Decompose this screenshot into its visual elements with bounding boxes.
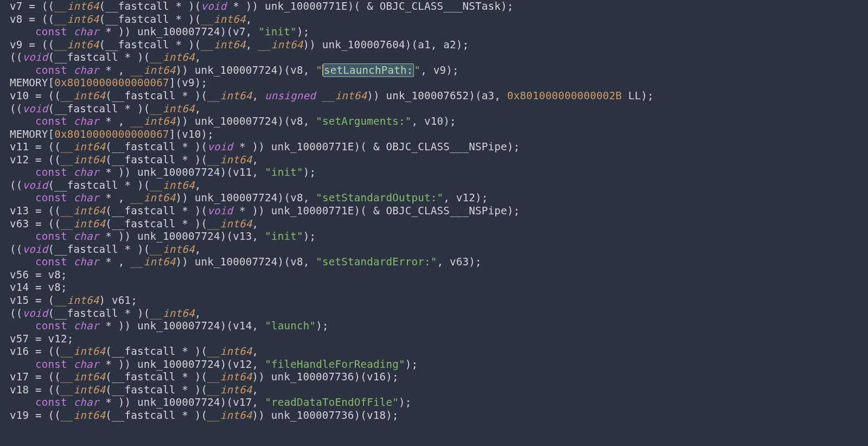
token-default: ](v9); bbox=[169, 77, 208, 89]
token-default: (__fastcall * )( bbox=[105, 384, 207, 396]
token-default bbox=[10, 320, 35, 332]
token-type: __int64 bbox=[61, 371, 105, 383]
token-str: "fileHandleForReading" bbox=[265, 358, 405, 371]
code-line: v57 = v12; bbox=[10, 333, 74, 345]
token-default: v17 = (( bbox=[10, 371, 61, 383]
token-default: (__fastcall * )( bbox=[105, 205, 207, 217]
token-char: char bbox=[74, 166, 99, 179]
token-default: v14 = v8; bbox=[10, 281, 67, 294]
token-default: , v10); bbox=[411, 115, 456, 128]
code-line: v8 = ((__int64(__fastcall * )(__int64, bbox=[10, 13, 252, 26]
token-default: , bbox=[252, 384, 259, 396]
decompiled-code-view[interactable]: v7 = ((__int64(__fastcall * )(void * )) … bbox=[0, 0, 868, 422]
token-default: (__fastcall * )( bbox=[48, 103, 150, 115]
token-kw: const bbox=[35, 256, 67, 268]
token-char: char bbox=[74, 192, 99, 204]
token-default: , bbox=[195, 179, 201, 192]
token-default: * )) unk_10000771E)( bbox=[227, 0, 367, 12]
token-type: __int64 bbox=[54, 294, 99, 307]
token-type: __int64 bbox=[207, 218, 252, 230]
token-void: void bbox=[23, 179, 48, 192]
token-default: * , bbox=[99, 64, 131, 77]
token-kw: const bbox=[35, 64, 67, 77]
token-default bbox=[10, 396, 35, 409]
token-void: void bbox=[23, 51, 48, 63]
token-default: * , bbox=[99, 192, 131, 204]
code-line: const char * , __int64)) unk_100007724)(… bbox=[10, 256, 482, 268]
token-str: " bbox=[414, 64, 420, 77]
token-default: v13 = (( bbox=[10, 205, 61, 217]
token-default: (__fastcall * )( bbox=[105, 409, 207, 422]
token-default bbox=[10, 26, 35, 38]
token-default: , bbox=[195, 51, 201, 63]
token-default bbox=[67, 26, 74, 38]
token-default: * )) unk_100007724)(v14, bbox=[99, 320, 265, 332]
token-num: 0x8010000000000067 bbox=[54, 128, 169, 141]
code-line: v18 = ((__int64(__fastcall * )(__int64, bbox=[10, 384, 258, 396]
token-char: char bbox=[74, 230, 99, 243]
token-type: __int64 bbox=[201, 39, 246, 51]
token-default bbox=[10, 230, 35, 243]
token-type: __int64 bbox=[322, 90, 367, 102]
token-default: v19 = (( bbox=[10, 409, 61, 422]
code-line: v7 = ((__int64(__fastcall * )(void * )) … bbox=[10, 0, 513, 12]
token-default: * )) unk_100007724)(v13, bbox=[99, 230, 265, 243]
token-default bbox=[67, 115, 74, 128]
token-default: ](v10); bbox=[169, 128, 214, 141]
search-highlight: setLaunchPath: bbox=[323, 63, 414, 77]
token-default: MEMORY[ bbox=[10, 77, 54, 89]
token-default bbox=[10, 358, 35, 371]
token-num: 0x801000000000002B bbox=[507, 90, 622, 102]
token-type: __int64 bbox=[150, 103, 195, 115]
token-void: void bbox=[23, 307, 48, 320]
token-default: (( bbox=[10, 243, 23, 256]
code-line: v17 = ((__int64(__fastcall * )(__int64))… bbox=[10, 371, 399, 383]
token-type: __int64 bbox=[201, 13, 246, 26]
token-default: (__fastcall * )( bbox=[105, 371, 207, 383]
token-default: (__fastcall * )( bbox=[48, 51, 150, 63]
code-line: const char * )) unk_100007724)(v13, "ini… bbox=[10, 230, 316, 243]
token-kw: const bbox=[35, 320, 67, 332]
token-kw: const bbox=[35, 396, 67, 409]
token-char: char bbox=[74, 115, 99, 128]
token-default: )) unk_100007724)(v8, bbox=[176, 256, 316, 268]
code-line: const char * , __int64)) unk_100007724)(… bbox=[10, 64, 459, 77]
token-default bbox=[67, 166, 74, 179]
token-type: __int64 bbox=[61, 90, 105, 102]
code-line: ((void(__fastcall * )(__int64, bbox=[10, 243, 201, 256]
token-default: (( bbox=[10, 179, 23, 192]
token-default: (__fastcall * )( bbox=[105, 141, 207, 153]
token-kw: const bbox=[35, 192, 67, 204]
token-default: v18 = (( bbox=[10, 384, 61, 396]
token-str: " bbox=[316, 64, 322, 77]
token-type: __int64 bbox=[207, 384, 252, 396]
token-default bbox=[67, 192, 74, 204]
token-str: "init" bbox=[258, 26, 297, 38]
token-default: ) v61; bbox=[99, 294, 138, 307]
token-type: __int64 bbox=[258, 39, 303, 51]
token-void: void bbox=[23, 103, 48, 115]
code-line: v11 = ((__int64(__fastcall * )(void * ))… bbox=[10, 141, 520, 153]
code-line: ((void(__fastcall * )(__int64, bbox=[10, 307, 201, 320]
token-default: )) unk_100007724)(v8, bbox=[176, 115, 316, 128]
token-char: char bbox=[74, 26, 99, 38]
token-default: v15 = ( bbox=[10, 294, 54, 307]
token-kw: const bbox=[35, 26, 67, 38]
token-default: , bbox=[195, 103, 201, 115]
token-char: char bbox=[74, 320, 99, 332]
token-default bbox=[67, 64, 74, 77]
token-type: __int64 bbox=[61, 409, 105, 422]
token-type: __int64 bbox=[150, 179, 195, 192]
token-type: __int64 bbox=[54, 0, 99, 12]
token-default: (__fastcall * )( bbox=[105, 154, 207, 166]
token-default bbox=[67, 320, 74, 332]
token-default bbox=[67, 256, 74, 268]
token-void: void bbox=[207, 205, 233, 217]
token-type: __int64 bbox=[207, 371, 252, 383]
token-str: "setArguments:" bbox=[316, 115, 411, 128]
token-void: void bbox=[23, 243, 48, 256]
token-default: OBJC_CLASS___NSTask); bbox=[373, 0, 514, 12]
token-default: v63 = (( bbox=[10, 218, 61, 230]
token-type: __int64 bbox=[61, 345, 105, 358]
token-default bbox=[67, 358, 74, 371]
